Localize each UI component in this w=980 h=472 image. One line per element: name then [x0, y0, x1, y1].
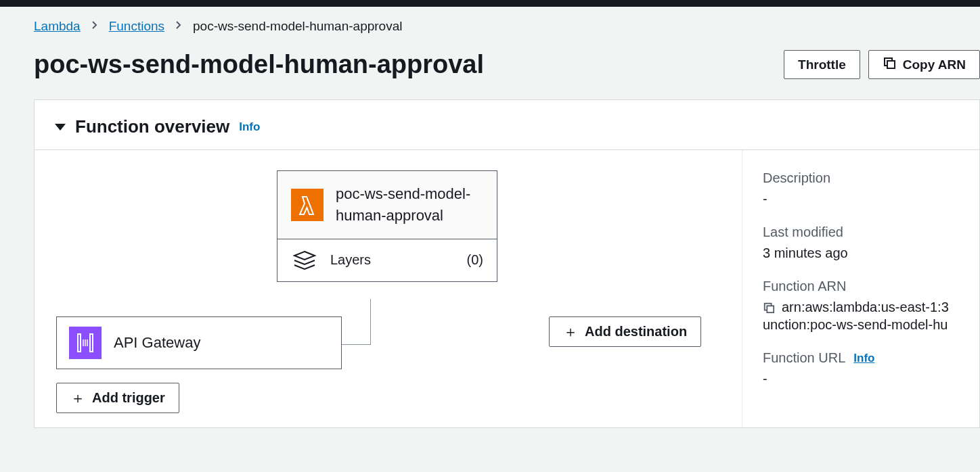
- layers-label: Layers: [330, 252, 455, 268]
- breadcrumb-functions[interactable]: Functions: [109, 19, 164, 34]
- page-title: poc-ws-send-model-human-approval: [34, 50, 484, 79]
- panel-header[interactable]: Function overview Info: [35, 100, 979, 150]
- description-value: -: [763, 191, 966, 207]
- api-gateway-icon: [69, 327, 102, 359]
- add-destination-label: Add destination: [585, 324, 687, 339]
- plus-icon: ＋: [70, 391, 85, 406]
- last-modified-label: Last modified: [763, 225, 966, 240]
- header-actions: Throttle Copy ARN: [784, 50, 980, 79]
- header-row: poc-ws-send-model-human-approval Throttl…: [34, 50, 980, 79]
- function-arn-value: arn:aws:lambda:us-east-1:3 unction:poc-w…: [763, 300, 966, 333]
- function-name: poc-ws-send-model-human-approval: [336, 183, 483, 227]
- function-url-label-row: Function URL Info: [763, 350, 966, 366]
- panel-title: Function overview: [75, 116, 229, 137]
- arn-text-line1: arn:aws:lambda:us-east-1:3: [782, 300, 949, 315]
- function-box-main: poc-ws-send-model-human-approval: [277, 171, 497, 239]
- function-arn-label: Function ARN: [763, 279, 966, 294]
- throttle-label: Throttle: [798, 57, 846, 72]
- top-nav-bar: [0, 0, 980, 7]
- throttle-button[interactable]: Throttle: [784, 50, 860, 79]
- trigger-api-gateway[interactable]: API Gateway: [56, 316, 342, 369]
- copy-arn-button[interactable]: Copy ARN: [868, 50, 980, 79]
- copy-icon[interactable]: [763, 302, 775, 317]
- trigger-label: API Gateway: [114, 334, 200, 352]
- layers-count: (0): [467, 252, 483, 268]
- connector-vertical: [370, 299, 371, 345]
- info-link[interactable]: Info: [239, 120, 260, 134]
- meta-panel: Description - Last modified 3 minutes ag…: [742, 150, 979, 427]
- function-url-label: Function URL: [763, 350, 845, 366]
- function-url-info[interactable]: Info: [853, 352, 874, 365]
- main-content: Lambda Functions poc-ws-send-model-human…: [0, 7, 980, 428]
- copy-icon: [883, 56, 896, 73]
- add-trigger-button[interactable]: ＋ Add trigger: [56, 383, 179, 413]
- arn-text-line2: unction:poc-ws-send-model-hu: [763, 317, 966, 333]
- lambda-icon: [291, 189, 324, 221]
- layers-icon: [291, 249, 318, 272]
- panel-body: poc-ws-send-model-human-approval Layers …: [35, 150, 979, 427]
- breadcrumb-lambda[interactable]: Lambda: [34, 19, 81, 34]
- add-destination-button[interactable]: ＋ Add destination: [549, 316, 701, 347]
- diagram-area: poc-ws-send-model-human-approval Layers …: [35, 150, 742, 427]
- svg-rect-3: [767, 306, 774, 312]
- chevron-right-icon: [175, 20, 182, 32]
- copy-arn-label: Copy ARN: [903, 57, 966, 72]
- breadcrumb-current: poc-ws-send-model-human-approval: [193, 19, 402, 34]
- caret-down-icon: [55, 124, 66, 131]
- add-trigger-label: Add trigger: [92, 390, 165, 406]
- chevron-right-icon: [91, 20, 98, 32]
- function-url-value: -: [763, 371, 966, 387]
- layers-row[interactable]: Layers (0): [277, 239, 497, 281]
- connector-horizontal: [342, 344, 370, 345]
- plus-icon: ＋: [563, 325, 578, 339]
- function-overview-panel: Function overview Info poc-ws-send-model…: [34, 99, 980, 428]
- description-label: Description: [763, 170, 966, 186]
- function-box[interactable]: poc-ws-send-model-human-approval Layers …: [277, 170, 497, 282]
- breadcrumb: Lambda Functions poc-ws-send-model-human…: [34, 19, 980, 34]
- last-modified-value: 3 minutes ago: [763, 245, 966, 261]
- svg-rect-1: [887, 61, 895, 68]
